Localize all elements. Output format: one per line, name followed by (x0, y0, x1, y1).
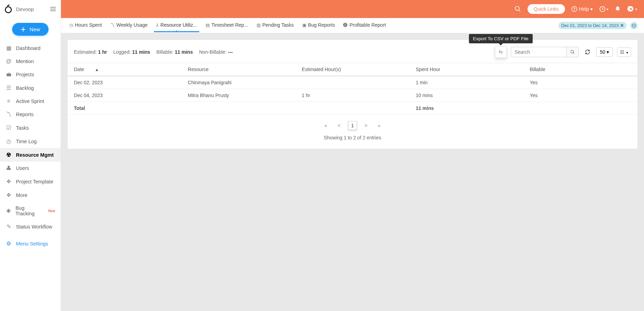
history-button[interactable] (630, 22, 638, 29)
sidebar-item-more[interactable]: ❖ More (0, 188, 61, 202)
sidebar-item-dashboard[interactable]: ▦ Dashboard (0, 41, 61, 55)
sidebar-item-reports[interactable]: 〽 Reports (0, 108, 61, 121)
svg-point-5 (571, 50, 573, 53)
history-top-icon[interactable]: ▾ (599, 6, 608, 12)
chart-icon: 〽 (6, 111, 12, 118)
sidebar-item-projects[interactable]: 💼︎ Projects (0, 68, 61, 81)
summary-value: 1 hr (98, 49, 107, 55)
tab-hours-spent[interactable]: ◷ Hours Spent (67, 19, 104, 32)
search-go-button[interactable] (566, 47, 579, 57)
close-icon[interactable]: ✕ (620, 23, 624, 28)
sidebar-item-resource-mgmt[interactable]: ☢︎ Resource Mgmt (0, 148, 61, 162)
cell-billable: Yes (523, 89, 637, 102)
briefcase-icon: 💼︎ (6, 71, 12, 78)
refresh-button[interactable] (583, 49, 592, 55)
export-button-wrap: Export To CSV or PDF File (495, 46, 507, 58)
pagination: « < 1 > » (68, 121, 637, 130)
list-icon: ☰ (6, 85, 12, 91)
sidebar-item-active-sprint[interactable]: ≡ Active Sprint (0, 95, 61, 108)
table-row[interactable]: Dec 02, 2023 Chinmaya Panigrahi 1 min Ye… (68, 76, 637, 89)
workflow-icon: ✎ (6, 223, 12, 230)
at-icon: @ (6, 58, 12, 64)
date-range-chip[interactable]: Dec 01, 2023 to Dec 14, 2023 ✕ (558, 22, 627, 29)
cell-resource: Chinmaya Panigrahi (182, 76, 296, 89)
col-date[interactable]: Date ▴ (68, 63, 182, 76)
summary-label: Non-Billable: (199, 49, 226, 55)
sidebar-item-label: Backlog (16, 85, 34, 91)
sidebar-item-time-log[interactable]: ◷ Time Log (0, 135, 61, 148)
tab-resource-utilization[interactable]: ⅄ Resource Utiliz... (154, 19, 199, 32)
brand-name: Devoop (16, 6, 34, 12)
help-link[interactable]: ? Help ▾ (571, 6, 593, 12)
bell-icon[interactable] (615, 6, 621, 12)
tab-pending-tasks[interactable]: ▥ Pending Tasks (254, 19, 296, 32)
sidebar-item-users[interactable]: 👤︎ Users (0, 162, 61, 175)
search-icon[interactable] (514, 6, 521, 12)
cell-billable: Yes (523, 76, 637, 89)
sidebar-item-label: Mention (16, 59, 34, 64)
search-input[interactable] (511, 47, 566, 57)
page-prev[interactable]: < (335, 121, 343, 130)
page-next[interactable]: > (362, 121, 370, 130)
user-icon: 👤︎ (6, 165, 12, 171)
col-resource[interactable]: Resource (182, 63, 296, 76)
page-size-value: 50 (600, 49, 606, 55)
page-current[interactable]: 1 (348, 121, 357, 130)
table-row[interactable]: Dec 04, 2023 Mitra Bhanu Prusty 1 hr 10 … (68, 89, 637, 102)
clock-icon: ◷ (69, 23, 73, 28)
quick-links-button[interactable]: Quick Links (528, 4, 565, 14)
cell-date: Dec 04, 2023 (68, 89, 182, 102)
sidebar-item-label: Projects (16, 72, 34, 77)
tab-timesheet-report[interactable]: ▤ Timesheet Rep... (203, 19, 250, 32)
sidebar: Devoop New ▦ Dashboard @ Mention 💼︎ Proj… (0, 0, 61, 311)
table-total-row: Total 11 mins (68, 102, 637, 115)
page-size-select[interactable]: 50 ▾ (596, 47, 613, 57)
columns-button[interactable]: ☷ ▾ (617, 47, 631, 57)
clock-icon: ◷ (6, 138, 12, 145)
cell-estimated (296, 76, 410, 89)
page-first[interactable]: « (322, 121, 330, 130)
plus-icon (20, 27, 26, 32)
sidebar-item-backlog[interactable]: ☰ Backlog (0, 81, 61, 95)
tab-bug-reports[interactable]: ▣ Bug Reports (300, 19, 337, 32)
sidebar-nav: ▦ Dashboard @ Mention 💼︎ Projects ☰ Back… (0, 39, 61, 311)
col-label: Date (74, 67, 84, 72)
col-spent[interactable]: Spent Hour (409, 63, 523, 76)
refresh-icon (584, 49, 591, 55)
search-wrap (511, 47, 579, 57)
caret-down-icon: ▾ (590, 6, 593, 12)
page-last[interactable]: » (375, 121, 383, 130)
content-area: Estimated: 1 hr Logged: 11 mins Billable… (61, 33, 644, 155)
sidebar-item-menu-settings[interactable]: ⚙ Menu Settings (0, 237, 61, 250)
sprint-icon: ≡ (6, 98, 12, 104)
task-icon: ▥ (256, 23, 261, 28)
new-badge: New (48, 209, 55, 213)
tab-label: Profitable Report (349, 22, 386, 28)
caret-down-icon: ▾ (607, 49, 609, 55)
col-estimated[interactable]: Estimated Hour(s) (296, 63, 410, 76)
tab-weekly-usage[interactable]: 〽 Weekly Usage (108, 19, 150, 32)
hamburger-icon[interactable] (50, 6, 56, 12)
summary-value: --- (228, 49, 233, 55)
sort-asc-icon: ▴ (96, 67, 98, 72)
tabs-bar-right: Dec 01, 2023 to Dec 14, 2023 ✕ (558, 22, 638, 29)
resource-icon: ☢︎ (6, 152, 12, 158)
tab-label: Bug Reports (308, 22, 335, 28)
panel-tools: Export To CSV or PDF File (495, 46, 631, 58)
tab-profitable-report[interactable]: 🅢 Profitable Report (341, 19, 388, 32)
new-button[interactable]: New (12, 23, 48, 36)
sidebar-item-project-template[interactable]: ❖ Project Template (0, 175, 61, 188)
sidebar-item-status-workflow[interactable]: ✎ Status Workflow (0, 220, 61, 233)
col-billable[interactable]: Billable (523, 63, 637, 76)
sidebar-header: Devoop (0, 0, 61, 18)
sidebar-item-label: More (16, 192, 27, 198)
report-panel: Estimated: 1 hr Logged: 11 mins Billable… (67, 40, 638, 149)
settings-gear-icon[interactable]: ▾ (627, 5, 637, 13)
sidebar-item-tasks[interactable]: ☑ Tasks (0, 121, 61, 135)
export-button[interactable] (495, 46, 507, 58)
cell-date: Dec 02, 2023 (68, 76, 182, 89)
help-label: Help (579, 6, 589, 12)
dashboard-icon: ▦ (6, 45, 12, 51)
sidebar-item-mention[interactable]: @ Mention (0, 55, 61, 68)
sidebar-item-bug-tracking[interactable]: ✱ Bug Tracking New (0, 202, 61, 220)
